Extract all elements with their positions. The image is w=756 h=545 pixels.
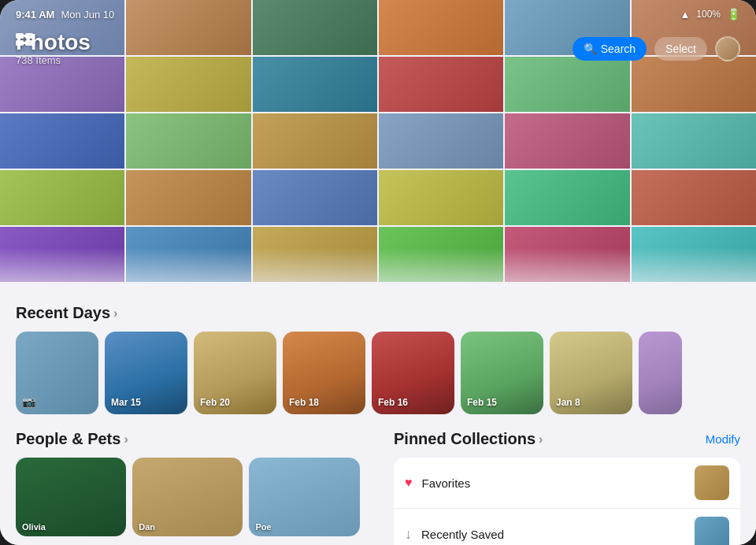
day-card-label-7: Jan 8 (556, 397, 580, 408)
layout-toggle-icon[interactable] (16, 32, 33, 50)
photo-cell[interactable] (0, 113, 124, 169)
people-pets-label: People & Pets (16, 430, 120, 448)
photo-cell[interactable] (0, 227, 124, 282)
day-card-2[interactable]: Mar 15 (105, 332, 187, 414)
person-label-3: Poe (255, 522, 271, 532)
day-card-label-2: Mar 15 (111, 397, 141, 408)
recently-saved-label: Recently Saved (421, 528, 685, 541)
recent-days-chevron-icon: › (113, 306, 117, 321)
photo-cell[interactable] (253, 227, 377, 282)
header-right: 🔍 Search Select (573, 36, 740, 61)
collection-item-recently-saved[interactable]: ↓ Recently Saved (394, 509, 740, 545)
status-right: ▲ 100% 🔋 (680, 8, 740, 20)
svg-rect-0 (16, 33, 24, 39)
recent-days-label: Recent Days (16, 304, 110, 322)
photo-cell[interactable] (379, 113, 503, 169)
photo-cell[interactable] (253, 113, 377, 169)
status-date: Mon Jun 10 (61, 9, 114, 20)
recently-saved-icon: ↓ (405, 526, 412, 543)
day-card-label-3: Feb 20 (200, 397, 230, 408)
people-grid: Olivia Dan Poe (0, 458, 378, 536)
battery-level: 100% (696, 9, 721, 20)
day-card-6[interactable]: Feb 15 (461, 332, 543, 414)
photo-cell[interactable] (0, 170, 124, 225)
photo-count: 738 Items (16, 54, 91, 66)
day-card-3[interactable]: Feb 20 (194, 332, 276, 414)
day-card-1[interactable]: 📷 (16, 332, 98, 414)
wifi-icon: ▲ (680, 9, 690, 20)
people-pets-chevron-icon: › (124, 432, 128, 447)
collection-list: ♥ Favorites ↓ Recently Saved (394, 458, 740, 545)
photo-cell[interactable] (379, 227, 503, 282)
favorites-thumbnail (695, 465, 729, 500)
photo-cell[interactable] (126, 170, 250, 225)
photo-cell[interactable] (632, 170, 756, 225)
day-card-4[interactable]: Feb 18 (283, 332, 365, 414)
svg-rect-3 (25, 40, 33, 46)
photo-cell[interactable] (126, 227, 250, 282)
recent-days-title[interactable]: Recent Days › (16, 304, 117, 322)
photo-cell[interactable] (253, 170, 377, 225)
status-bar: 9:41 AM Mon Jun 10 ▲ 100% 🔋 (0, 0, 756, 28)
modify-button[interactable]: Modify (706, 432, 740, 446)
status-left: 9:41 AM Mon Jun 10 (16, 9, 114, 20)
photo-cell[interactable] (505, 113, 629, 169)
photo-cell[interactable] (632, 113, 756, 169)
people-pets-section: People & Pets › Olivia Dan Poe (0, 430, 378, 545)
favorites-label: Favorites (422, 476, 686, 490)
avatar[interactable] (715, 36, 740, 61)
people-pets-header: People & Pets › (0, 430, 378, 458)
day-card-label-6: Feb 15 (467, 397, 497, 408)
bottom-sections: People & Pets › Olivia Dan Poe (0, 430, 756, 545)
pinned-collections-chevron-icon: › (539, 432, 543, 447)
svg-rect-1 (25, 33, 33, 39)
select-button[interactable]: Select (654, 37, 707, 61)
pinned-collections-header: Pinned Collections › Modify (378, 430, 756, 458)
person-label-1: Olivia (22, 522, 46, 532)
collection-item-favorites[interactable]: ♥ Favorites (394, 458, 740, 509)
person-card-1[interactable]: Olivia (16, 458, 126, 536)
favorites-heart-icon: ♥ (405, 476, 413, 490)
photo-cell[interactable] (632, 227, 756, 282)
day-card-label-5: Feb 16 (378, 397, 408, 408)
day-card-5[interactable]: Feb 16 (372, 332, 454, 414)
day-card-camera-icon: 📷 (22, 395, 35, 408)
pinned-collections-title[interactable]: Pinned Collections › (394, 430, 543, 448)
photo-cell[interactable] (126, 113, 250, 169)
day-card-8[interactable] (639, 332, 682, 414)
person-card-2[interactable]: Dan (132, 458, 243, 536)
person-card-3[interactable]: Poe (249, 458, 359, 536)
main-content: Recent Days › 📷 Mar 15 Feb 20 Feb 18 Feb… (0, 291, 756, 545)
search-button[interactable]: 🔍 Search (573, 37, 647, 61)
status-time: 9:41 AM (16, 9, 54, 20)
photo-cell[interactable] (379, 170, 503, 225)
search-button-label: Search (601, 43, 636, 55)
person-label-2: Dan (139, 522, 155, 532)
day-card-7[interactable]: Jan 8 (550, 332, 632, 414)
recent-days-scroll[interactable]: 📷 Mar 15 Feb 20 Feb 18 Feb 16 Feb 15 Jan… (0, 332, 756, 414)
recent-days-section-header: Recent Days › (0, 304, 756, 332)
svg-rect-2 (16, 40, 24, 46)
search-icon: 🔍 (584, 43, 597, 55)
pinned-collections-section: Pinned Collections › Modify ♥ Favorites … (378, 430, 756, 545)
pinned-collections-label: Pinned Collections (394, 430, 536, 448)
day-card-label-4: Feb 18 (289, 397, 319, 408)
recently-saved-thumbnail (695, 517, 729, 545)
photo-cell[interactable] (505, 170, 629, 225)
header: Photos 738 Items 🔍 Search Select (0, 28, 756, 69)
device-frame: 9:41 AM Mon Jun 10 ▲ 100% 🔋 Photos 738 I… (0, 0, 756, 545)
photo-cell[interactable] (505, 227, 629, 282)
battery-icon: 🔋 (727, 8, 740, 20)
people-pets-title[interactable]: People & Pets › (16, 430, 128, 448)
